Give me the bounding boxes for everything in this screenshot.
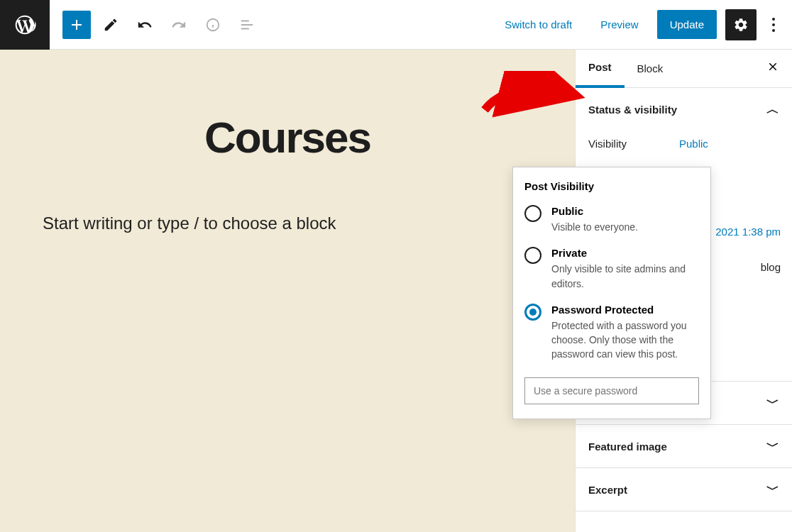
chevron-down-icon: ﹀	[766, 438, 779, 455]
redo-button[interactable]	[165, 11, 193, 39]
popover-title: Post Visibility	[524, 180, 699, 192]
wordpress-icon	[13, 13, 36, 36]
radio-icon	[524, 205, 541, 222]
update-button[interactable]: Update	[657, 10, 717, 39]
panel-featured-image: Featured image ﹀	[576, 425, 792, 468]
wordpress-logo[interactable]	[0, 0, 50, 50]
visibility-option-public[interactable]: Public Visible to everyone.	[524, 205, 699, 234]
switch-draft-button[interactable]: Switch to draft	[495, 11, 582, 38]
block-placeholder[interactable]: Start writing or type / to choose a bloc…	[43, 214, 532, 233]
option-desc: Protected with a password you choose. On…	[551, 320, 687, 360]
svg-point-3	[772, 18, 775, 21]
close-icon	[766, 60, 779, 73]
option-desc: Visible to everyone.	[551, 221, 638, 233]
visibility-option-password[interactable]: Password Protected Protected with a pass…	[524, 304, 699, 362]
more-vertical-icon	[771, 17, 776, 33]
svg-point-5	[772, 29, 775, 32]
post-format-value: blog	[761, 261, 781, 273]
toolbar-left-group	[50, 11, 261, 39]
undo-icon	[137, 17, 153, 33]
panel-header-excerpt[interactable]: Excerpt ﹀	[576, 468, 792, 511]
panel-header-featured[interactable]: Featured image ﹀	[576, 425, 792, 467]
editor-canvas[interactable]: Courses Start writing or type / to choos…	[0, 50, 575, 532]
panel-excerpt: Excerpt ﹀	[576, 468, 792, 511]
info-icon	[205, 17, 221, 33]
outline-icon	[239, 17, 255, 33]
preview-button[interactable]: Preview	[590, 11, 648, 38]
panel-title: Status & visibility	[588, 104, 677, 116]
tab-block[interactable]: Block	[625, 50, 676, 88]
settings-button[interactable]	[725, 9, 757, 40]
radio-icon-selected	[524, 304, 541, 321]
radio-icon	[524, 247, 541, 264]
chevron-down-icon: ﹀	[766, 394, 779, 411]
plus-icon	[68, 16, 85, 33]
toolbar-right-group: Switch to draft Preview Update	[495, 9, 792, 40]
option-label: Public	[551, 205, 638, 217]
pencil-icon	[103, 17, 119, 33]
visibility-label: Visibility	[588, 138, 679, 150]
option-desc: Only visible to site admins and editors.	[551, 263, 686, 289]
redo-icon	[171, 17, 187, 33]
add-block-button[interactable]	[62, 11, 91, 39]
visibility-value[interactable]: Public	[679, 138, 708, 150]
gear-icon	[733, 17, 749, 33]
sidebar-tabs: Post Block	[576, 50, 792, 88]
tab-post[interactable]: Post	[576, 50, 625, 88]
option-label: Password Protected	[551, 304, 699, 316]
edit-mode-button[interactable]	[97, 11, 125, 39]
undo-button[interactable]	[131, 11, 159, 39]
panel-title: Featured image	[588, 440, 667, 453]
visibility-popover: Post Visibility Public Visible to everyo…	[512, 167, 711, 419]
more-menu-button[interactable]	[765, 9, 782, 40]
panel-title: Excerpt	[588, 484, 627, 496]
publish-date-value[interactable]: 2021 1:38 pm	[715, 226, 781, 238]
page-title[interactable]: Courses	[43, 112, 532, 162]
outline-button[interactable]	[233, 11, 261, 39]
panel-header-status[interactable]: Status & visibility ︿	[576, 88, 792, 131]
chevron-down-icon: ﹀	[766, 481, 779, 498]
svg-point-4	[772, 23, 775, 26]
info-button[interactable]	[199, 11, 227, 39]
option-label: Private	[551, 247, 699, 259]
close-sidebar-button[interactable]	[754, 60, 792, 77]
password-input[interactable]	[524, 377, 699, 404]
visibility-field: Visibility Public	[588, 131, 779, 157]
visibility-option-private[interactable]: Private Only visible to site admins and …	[524, 247, 699, 291]
editor-toolbar: Switch to draft Preview Update	[0, 0, 792, 50]
chevron-up-icon: ︿	[766, 101, 779, 118]
